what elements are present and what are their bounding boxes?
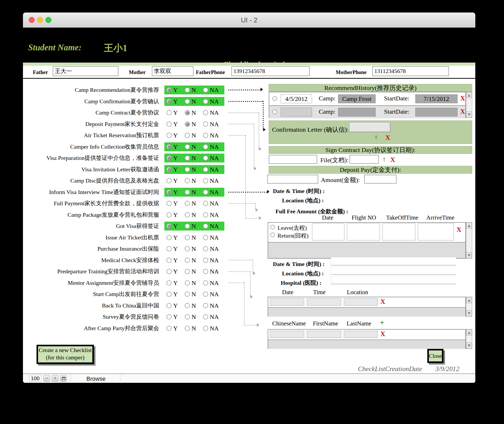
radio-circle-icon[interactable]: [185, 258, 190, 263]
training-location-field[interactable]: [344, 298, 378, 306]
radio-circle-icon[interactable]: [166, 223, 172, 229]
radio-circle-icon[interactable]: [203, 201, 208, 206]
deposit-amount-field[interactable]: [364, 175, 397, 184]
radio-option-n[interactable]: N: [185, 176, 201, 185]
radio-circle-icon[interactable]: [166, 87, 172, 93]
radio-option-n[interactable]: N: [185, 120, 201, 129]
radio-circle-icon[interactable]: [166, 280, 172, 286]
radio-option-na[interactable]: NA: [203, 86, 224, 94]
radio-option-y[interactable]: Y: [166, 165, 183, 174]
radio-option-y[interactable]: Y: [166, 199, 183, 208]
father-field[interactable]: 王大一: [53, 66, 118, 76]
radio-circle-icon[interactable]: [203, 326, 208, 331]
scroll-up-icon[interactable]: ▲: [466, 297, 472, 303]
scroll-down-icon[interactable]: ▼: [466, 111, 472, 118]
mentor-row-delete[interactable]: X: [380, 330, 385, 338]
radio-option-n[interactable]: N: [185, 210, 201, 219]
scroll-down-icon[interactable]: ▼: [466, 342, 472, 349]
radio-circle-icon[interactable]: [185, 155, 190, 161]
radio-option-y[interactable]: Y: [166, 278, 183, 287]
zoom-level-field[interactable]: 100: [29, 375, 41, 382]
radio-circle-icon[interactable]: [185, 246, 190, 251]
recommend-row2-camp-field[interactable]: [338, 108, 376, 117]
radio-circle-icon[interactable]: [203, 87, 208, 93]
medical-hospital-field[interactable]: [331, 276, 456, 284]
radio-circle-icon[interactable]: [185, 269, 190, 274]
radio-circle-icon[interactable]: [185, 303, 190, 308]
radio-option-na[interactable]: NA: [203, 165, 224, 174]
radio-circle-icon[interactable]: [166, 144, 172, 149]
recommend-row2-radio[interactable]: [272, 110, 277, 114]
radio-circle-icon[interactable]: [203, 178, 208, 183]
flight-scrollbar[interactable]: ▲ ▼: [466, 222, 472, 259]
flight-row-delete[interactable]: X: [457, 226, 461, 234]
radio-circle-icon[interactable]: [166, 110, 172, 115]
radio-circle-icon[interactable]: [203, 155, 208, 161]
radio-option-na[interactable]: NA: [203, 199, 224, 208]
radio-option-n[interactable]: N: [185, 154, 201, 162]
radio-circle-icon[interactable]: [185, 133, 190, 138]
radio-option-na[interactable]: NA: [203, 131, 224, 140]
radio-option-n[interactable]: N: [185, 301, 201, 310]
confirmation-letter-field[interactable]: [349, 122, 391, 132]
radio-option-na[interactable]: NA: [203, 278, 224, 287]
radio-circle-icon[interactable]: [166, 178, 172, 183]
radio-circle-icon[interactable]: [166, 99, 172, 104]
radio-circle-icon[interactable]: [166, 167, 172, 172]
radio-circle-icon[interactable]: [185, 326, 190, 331]
radio-option-y[interactable]: Y: [166, 256, 183, 265]
radio-option-na[interactable]: NA: [203, 142, 224, 151]
scroll-down-icon[interactable]: ▼: [466, 310, 472, 316]
radio-option-na[interactable]: NA: [203, 154, 224, 162]
radio-option-y[interactable]: Y: [166, 108, 183, 117]
radio-circle-icon[interactable]: [185, 292, 190, 297]
radio-option-y[interactable]: Y: [166, 97, 183, 106]
flight-takeoff-field[interactable]: [382, 223, 415, 240]
radio-option-na[interactable]: NA: [203, 267, 224, 276]
radio-circle-icon[interactable]: [185, 122, 190, 127]
mother-phone-field[interactable]: 13112345678: [372, 66, 449, 76]
flight-return-radio[interactable]: [270, 233, 275, 237]
radio-option-y[interactable]: Y: [166, 244, 183, 253]
recommend-row2-startdate-field[interactable]: [415, 108, 458, 117]
radio-option-n[interactable]: N: [185, 290, 201, 299]
radio-option-y[interactable]: Y: [166, 324, 183, 333]
radio-option-y[interactable]: Y: [166, 142, 183, 151]
radio-circle-icon[interactable]: [166, 269, 172, 274]
radio-option-y[interactable]: Y: [166, 86, 183, 94]
training-date-field[interactable]: [270, 298, 304, 306]
scroll-down-icon[interactable]: ▼: [466, 252, 472, 258]
radio-option-na[interactable]: NA: [203, 120, 224, 129]
recommend-row1-startdate-field[interactable]: 7/15/2012: [415, 94, 458, 103]
flight-arrive-field[interactable]: [418, 223, 454, 240]
radio-option-na[interactable]: NA: [203, 244, 224, 253]
recommend-row2-delete[interactable]: X: [460, 108, 465, 116]
mode-selector[interactable]: Browse: [75, 375, 117, 382]
medical-datetime-field[interactable]: [331, 257, 456, 265]
radio-option-n[interactable]: N: [185, 233, 201, 242]
radio-circle-icon[interactable]: [185, 280, 190, 286]
close-button[interactable]: Close: [427, 349, 443, 363]
recommend-row1-date-field[interactable]: 4/5/2012: [281, 94, 312, 103]
radio-circle-icon[interactable]: [203, 258, 208, 263]
radio-option-na[interactable]: NA: [203, 301, 224, 310]
radio-option-na[interactable]: NA: [203, 312, 224, 321]
flight-flightno-field[interactable]: [347, 223, 380, 240]
radio-circle-icon[interactable]: [166, 201, 172, 206]
radio-circle-icon[interactable]: [185, 110, 190, 115]
father-phone-field[interactable]: 13912345678: [231, 66, 310, 76]
radio-circle-icon[interactable]: [203, 292, 208, 297]
scroll-up-icon[interactable]: ▲: [466, 329, 472, 336]
recommend-row1-radio[interactable]: [272, 96, 277, 101]
radio-circle-icon[interactable]: [166, 190, 172, 195]
sign-contract-day-field[interactable]: [269, 155, 317, 164]
flight-leave-radio[interactable]: [270, 225, 275, 229]
radio-option-n[interactable]: N: [185, 97, 201, 106]
mother-field[interactable]: 李双双: [152, 66, 194, 76]
radio-option-y[interactable]: Y: [166, 222, 183, 231]
radio-option-y[interactable]: Y: [166, 301, 183, 310]
radio-option-n[interactable]: N: [185, 278, 201, 287]
radio-option-n[interactable]: N: [185, 256, 201, 265]
radio-circle-icon[interactable]: [166, 212, 172, 217]
radio-option-na[interactable]: NA: [203, 233, 224, 242]
